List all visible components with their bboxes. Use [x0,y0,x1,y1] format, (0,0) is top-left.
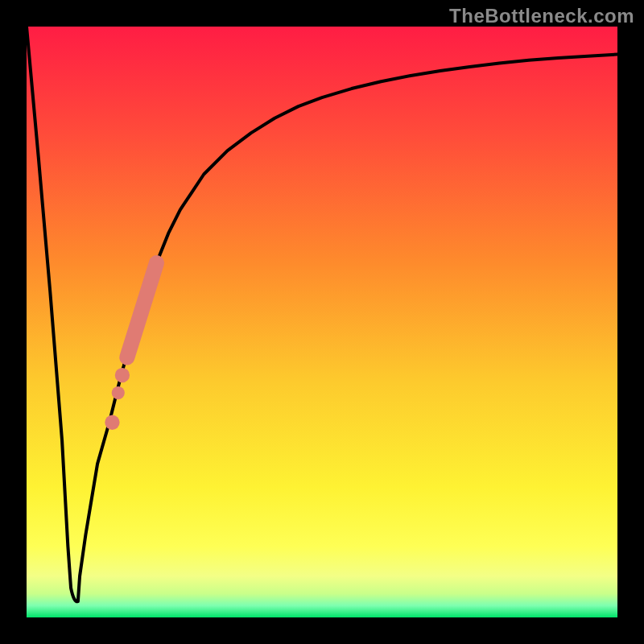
bottleneck-chart [27,27,617,617]
highlight-dot [105,415,119,430]
watermark-text: TheBottleneck.com [449,5,634,27]
highlight-dot [115,368,130,382]
highlight-dot [112,386,125,399]
chart-frame: TheBottleneck.com [0,0,644,644]
gradient-background [27,27,617,617]
